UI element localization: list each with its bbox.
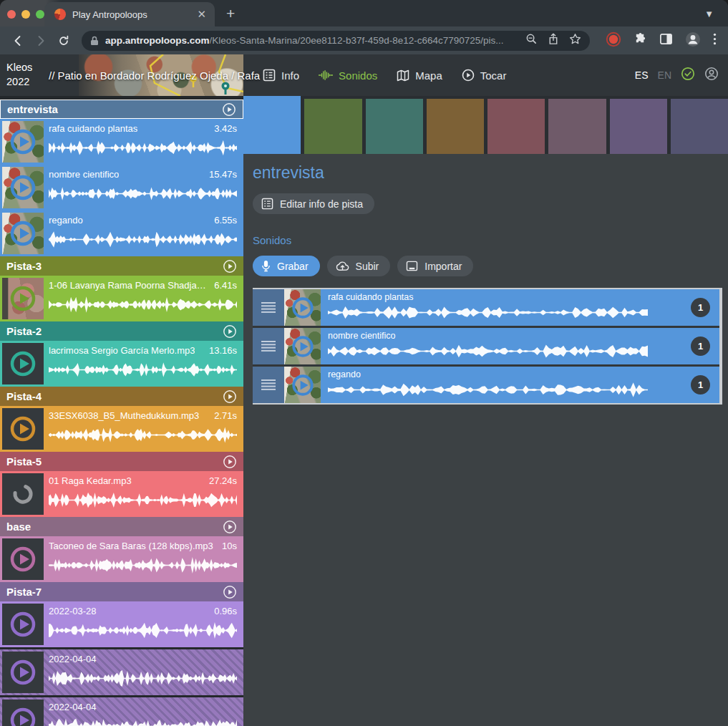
track-header-pista-4[interactable]: Pista-4 [0, 387, 243, 406]
sound-item[interactable]: lacrimosa Sergio García Merlo.mp313.16s [0, 341, 243, 387]
sound-thumbnail[interactable] [2, 213, 44, 254]
import-button[interactable]: Importar [397, 256, 473, 276]
sound-thumbnail[interactable] [2, 604, 44, 645]
minimize-window-icon[interactable] [21, 10, 30, 19]
tab-info[interactable]: Info [263, 69, 299, 82]
play-overlay-icon[interactable] [9, 127, 37, 156]
play-overlay-icon[interactable] [9, 219, 37, 248]
zoom-window-icon[interactable] [36, 10, 44, 19]
drag-handle-icon[interactable] [253, 328, 284, 364]
tab-search-chevron-icon[interactable]: ▼ [704, 9, 714, 19]
track-swatch-4[interactable] [427, 99, 484, 154]
track-swatch-7[interactable] [610, 99, 667, 154]
share-icon[interactable] [548, 33, 559, 48]
sound-item[interactable]: nombre cientifico15.47s [0, 165, 243, 210]
play-overlay-icon[interactable] [9, 706, 37, 726]
track-header-pista-5[interactable]: Pista-5 [0, 452, 243, 471]
sound-thumbnail[interactable] [284, 289, 321, 326]
macos-traffic-lights[interactable] [0, 10, 44, 26]
bookmark-star-icon[interactable] [569, 33, 581, 48]
panel-sound-row[interactable]: regando1 [253, 367, 719, 403]
track-header-base[interactable]: base [0, 517, 243, 536]
track-play-icon[interactable] [223, 455, 237, 469]
play-overlay-icon[interactable] [9, 415, 37, 443]
browser-menu-kebab-icon[interactable] [713, 33, 717, 48]
record-button[interactable]: Grabar [253, 256, 320, 276]
track-swatch-5[interactable] [487, 99, 545, 154]
track-header-pista-2[interactable]: Pista-2 [0, 321, 243, 341]
track-play-icon[interactable] [222, 102, 236, 117]
tab-close-icon[interactable]: ✕ [195, 8, 208, 21]
project-name[interactable]: Kleos 2022 [0, 61, 51, 89]
track-header-pista-7[interactable]: Pista-7 [0, 582, 243, 601]
sound-item[interactable]: 2022-04-04 [0, 649, 243, 695]
sound-item[interactable]: 1-06 Lavanya Rama Poorna Shadjam Rupak..… [0, 276, 243, 321]
track-play-icon[interactable] [223, 585, 237, 599]
track-header-entrevista[interactable]: entrevista [0, 100, 243, 119]
sound-thumbnail[interactable] [2, 343, 44, 384]
play-overlay-icon[interactable] [9, 349, 37, 378]
back-button[interactable] [9, 32, 27, 50]
sound-item[interactable]: Taconeo de Sara Baras (128 kbps).mp310s [0, 536, 243, 582]
track-header-pista-3[interactable]: Pista-3 [0, 256, 243, 276]
sound-thumbnail[interactable] [2, 278, 44, 319]
account-icon[interactable] [704, 67, 719, 84]
zoom-page-icon[interactable] [525, 33, 538, 48]
lock-icon[interactable] [90, 36, 99, 46]
sound-item[interactable]: 01 Raga Kedar.mp327.24s [0, 471, 243, 517]
track-swatch-3[interactable] [366, 99, 423, 154]
sound-thumbnail[interactable] [2, 408, 44, 450]
track-play-icon[interactable] [223, 324, 237, 339]
tab-tocar[interactable]: Tocar [462, 69, 507, 82]
play-overlay-icon[interactable] [291, 373, 315, 397]
panel-sound-row[interactable]: nombre cientifico1 [253, 328, 719, 364]
side-panel-icon[interactable] [659, 32, 673, 49]
sound-item[interactable]: regando6.55s [0, 210, 243, 256]
play-overlay-icon[interactable] [9, 545, 37, 573]
play-overlay-icon[interactable] [291, 296, 315, 320]
lang-en-button[interactable]: EN [658, 69, 671, 81]
profile-avatar-icon[interactable] [685, 32, 701, 50]
sound-item[interactable]: 2022-03-280.96s [0, 601, 243, 647]
play-overlay-icon[interactable] [9, 610, 37, 639]
sound-thumbnail[interactable] [2, 167, 44, 208]
lang-es-button[interactable]: ES [635, 69, 649, 81]
upload-button[interactable]: Subir [327, 256, 391, 276]
sound-item[interactable]: rafa cuidando plantas3.42s [0, 119, 243, 165]
play-overlay-icon[interactable] [9, 173, 37, 202]
sound-thumbnail[interactable] [2, 700, 44, 726]
play-overlay-icon[interactable] [9, 658, 37, 687]
tab-sonidos[interactable]: Sonidos [319, 69, 377, 82]
sound-item[interactable]: 2022-04-04 [0, 697, 243, 726]
forward-button[interactable] [31, 32, 50, 50]
track-swatch-6[interactable] [548, 99, 606, 154]
drag-handle-icon[interactable] [253, 289, 284, 326]
sound-thumbnail[interactable] [2, 652, 44, 693]
extensions-puzzle-icon[interactable] [634, 32, 647, 49]
edit-track-info-button[interactable]: Editar info de pista [253, 193, 374, 214]
sound-thumbnail[interactable] [284, 328, 321, 364]
play-overlay-icon[interactable] [9, 284, 37, 313]
track-swatch-8[interactable] [671, 99, 728, 154]
sound-item[interactable]: 33ESX6038_B5_Muthedukkum.mp32.71s [0, 406, 243, 452]
address-bar[interactable]: app.antropoloops.com /Kleos-Santa-Marina… [82, 31, 590, 51]
new-tab-button[interactable]: + [226, 5, 235, 22]
close-window-icon[interactable] [7, 10, 16, 19]
record-extension-icon[interactable] [606, 32, 621, 50]
sound-thumbnail[interactable] [2, 538, 44, 580]
play-overlay-icon[interactable] [291, 334, 315, 359]
track-swatch-1-selected[interactable] [243, 96, 301, 154]
track-play-icon[interactable] [223, 520, 237, 534]
sound-thumbnail[interactable] [2, 473, 44, 515]
sound-thumbnail[interactable] [2, 121, 44, 163]
sound-thumbnail[interactable] [284, 367, 321, 403]
reload-button[interactable] [54, 32, 73, 50]
browser-tab[interactable]: Play Antropoloops ✕ [44, 2, 215, 26]
drag-handle-icon[interactable] [253, 367, 284, 403]
track-play-icon[interactable] [223, 259, 237, 274]
panel-sound-row[interactable]: rafa cuidando plantas1 [253, 289, 719, 326]
sync-check-icon[interactable] [681, 67, 695, 84]
tab-mapa[interactable]: Mapa [397, 69, 442, 82]
track-play-icon[interactable] [223, 389, 237, 404]
track-swatch-2[interactable] [304, 99, 361, 154]
